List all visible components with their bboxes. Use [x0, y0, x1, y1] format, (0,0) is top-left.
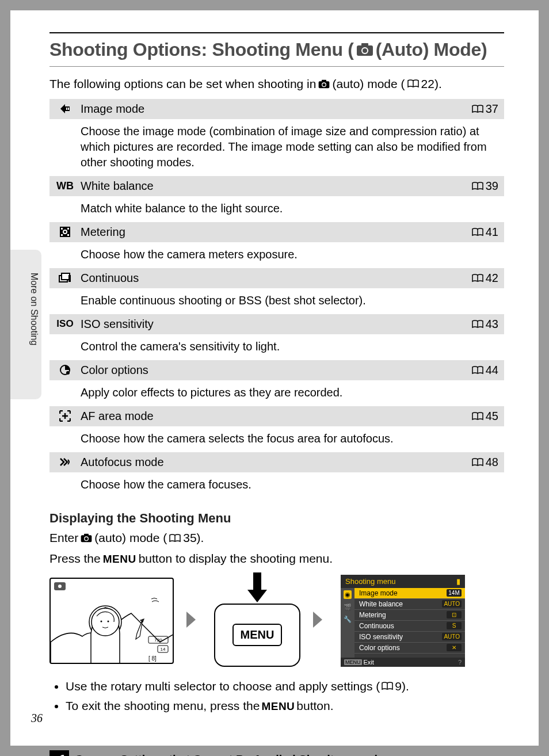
option-title: ISO sensitivity [81, 318, 472, 331]
book-icon [382, 682, 393, 690]
menu-item: ContinuousS [354, 621, 465, 632]
page-ref-num: 39 [486, 180, 498, 193]
option-desc: Match white balance to the light source. [49, 196, 504, 222]
book-icon [407, 79, 419, 88]
menu-left-tabs: ◉ 🎬 🔧 [341, 588, 354, 658]
option-desc: Choose the image mode (combination of im… [49, 119, 504, 176]
setup-tab-icon: 🔧 [344, 616, 352, 623]
subheading: Displaying the Shooting Menu [49, 511, 504, 526]
menu-item-label: Metering [359, 611, 386, 619]
page-ref-num: 44 [486, 364, 498, 377]
svg-point-15 [64, 231, 66, 233]
option-row: Color options 44 [49, 360, 504, 380]
page-ref-num: 37 [486, 102, 498, 116]
menu-title-text: Shooting menu [345, 577, 395, 586]
svg-rect-9 [66, 108, 67, 110]
page-ref-num: 41 [486, 226, 498, 239]
option-desc: Enable continuous shooting or BSS (best … [49, 288, 504, 314]
image-mode-icon [49, 104, 81, 114]
svg-rect-19 [67, 234, 69, 236]
page-ref-num: 48 [486, 456, 498, 469]
camera-icon [81, 533, 92, 543]
svg-text:14: 14 [161, 647, 166, 652]
option-page-ref: 39 [472, 180, 498, 193]
txt: Use the rotary multi selector to choose … [66, 677, 380, 696]
content-area: Shooting Options: Shooting Menu ( (Auto)… [49, 32, 504, 756]
exit-label: Exit [364, 659, 374, 666]
svg-point-7 [323, 83, 326, 86]
options-table: Image mode 37 Choose the image mode (com… [49, 99, 504, 498]
menu-tag-icon: MENU [344, 659, 362, 665]
txt: To exit the shooting menu, press the [66, 697, 260, 716]
option-page-ref: 41 [472, 226, 498, 239]
book-icon [472, 228, 483, 236]
press-text: Press the MENU button to display the sho… [49, 550, 504, 567]
svg-point-44 [101, 620, 102, 622]
option-page-ref: 48 [472, 456, 498, 469]
menu-item-value: ✕ [447, 644, 462, 651]
arrow-right-icon [185, 609, 203, 632]
option-desc: Apply color effects to pictures as they … [49, 380, 504, 406]
check-icon: ✔ [49, 750, 69, 756]
option-title: Continuous [81, 272, 472, 285]
txt: 9). [395, 677, 409, 696]
option-desc: Choose how the camera selects the focus … [49, 426, 504, 452]
option-row: Continuous 42 [49, 268, 504, 288]
iso-icon: ISO [49, 318, 81, 330]
option-row: ISO ISO sensitivity 43 [49, 314, 504, 334]
svg-rect-18 [61, 234, 63, 236]
intro-b: (auto) mode ( [332, 77, 405, 91]
illustration-row: 720 14 [ 8] MENU [49, 575, 504, 667]
menu-item-value: AUTO [442, 633, 462, 640]
page-ref-num: 43 [486, 318, 498, 331]
svg-rect-22 [62, 273, 70, 280]
option-page-ref: 37 [472, 102, 498, 116]
bullet-item: Use the rotary multi selector to choose … [66, 677, 504, 696]
af-area-icon [49, 410, 81, 422]
svg-rect-17 [67, 228, 69, 230]
menu-item-label: ISO sensitivity [359, 633, 403, 641]
svg-point-27 [66, 371, 70, 375]
note-heading: ✔ Camera Settings that Cannot Be Applied… [49, 750, 504, 756]
menu-item-label: Image mode [359, 589, 398, 597]
option-page-ref: 42 [472, 272, 498, 285]
option-row: Image mode 37 [49, 99, 504, 119]
txt: Press the [49, 550, 101, 567]
camera-back-outline: MENU [214, 604, 300, 667]
book-icon [472, 366, 483, 375]
autofocus-icon [49, 457, 81, 467]
book-icon [472, 458, 483, 467]
option-row: Metering 41 [49, 222, 504, 242]
option-page-ref: 45 [472, 410, 498, 423]
page-ref-num: 45 [486, 410, 498, 423]
menu-item: ISO sensitivityAUTO [354, 632, 465, 643]
enter-text: Enter (auto) mode ( 35). [49, 529, 504, 547]
section-label: More on Shooting [29, 273, 39, 345]
book-icon [472, 105, 483, 113]
tab-indicator-icon: ▮ [456, 577, 460, 586]
menu-screen-title: Shooting menu ▮ [341, 575, 465, 588]
svg-point-36 [85, 537, 88, 540]
movie-tab-icon: 🎬 [344, 604, 352, 611]
option-title: AF area mode [81, 410, 472, 423]
option-page-ref: 43 [472, 318, 498, 331]
txt: 35). [183, 529, 204, 547]
white-balance-icon: WB [49, 180, 81, 192]
svg-text:720: 720 [154, 637, 162, 643]
intro-text: The following options can be set when sh… [49, 77, 504, 91]
page-number: 36 [31, 712, 43, 725]
color-options-icon [49, 364, 81, 376]
menu-item-label: Color options [359, 644, 400, 652]
camera-tab-icon: ◉ [344, 590, 352, 599]
menu-item: Color options✕ [354, 643, 465, 654]
camera-icon [318, 79, 330, 89]
menu-item-label: White balance [359, 600, 403, 608]
menu-button: MENU [232, 624, 283, 646]
option-row: AF area mode 45 [49, 406, 504, 426]
intro-a: The following options can be set when sh… [49, 77, 316, 91]
book-icon [472, 274, 483, 282]
manual-page: More on Shooting Shooting Options: Shoot… [10, 10, 539, 746]
option-title: Color options [81, 364, 472, 377]
option-desc: Choose how the camera meters exposure. [49, 242, 504, 268]
menu-item: White balanceAUTO [354, 599, 465, 610]
